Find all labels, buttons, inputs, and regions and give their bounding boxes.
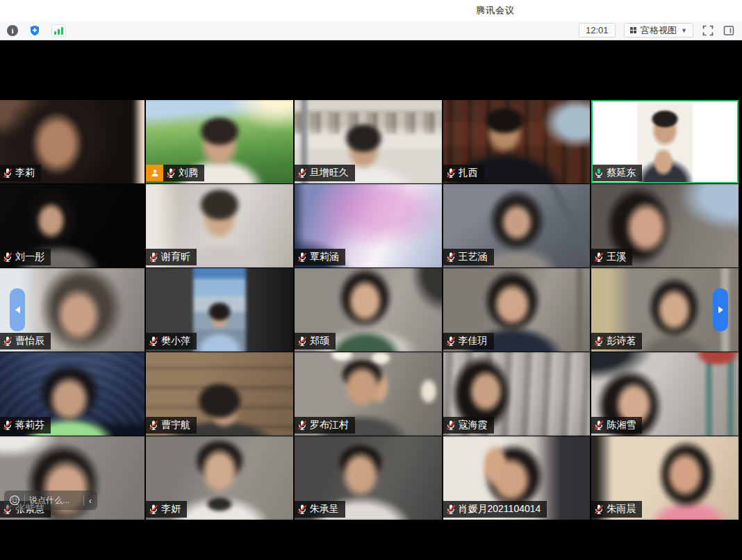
mic-active-icon (593, 167, 604, 179)
mic-muted-icon (297, 504, 308, 515)
participant-tile[interactable]: 李佳玥 (443, 268, 591, 352)
participant-tile[interactable]: 朱承呈 (295, 436, 442, 520)
participant-name: 曹宇航 (161, 419, 190, 431)
participant-tile[interactable]: 樊小萍 (146, 268, 293, 352)
chat-divider (24, 495, 25, 506)
nameplate-body: 樊小萍 (146, 333, 197, 349)
participant-tile[interactable]: 旦增旺久 (295, 100, 442, 183)
participant-nameplate: 罗布江村 (295, 417, 355, 434)
shield-protection-icon[interactable] (29, 25, 40, 36)
participant-tile[interactable]: 郑颉 (295, 268, 442, 352)
participant-nameplate: 扎西 (443, 165, 484, 181)
person-badge-icon (146, 165, 163, 181)
participant-tile[interactable]: 王溪 (591, 184, 739, 267)
network-signal-icon[interactable] (51, 24, 66, 37)
view-mode-dropdown[interactable]: 宫格视图 ▼ (624, 23, 693, 38)
previous-page-arrow[interactable] (10, 288, 25, 331)
participant-tile[interactable]: 王艺涵 (443, 184, 591, 267)
grid-view-icon (630, 27, 637, 34)
participant-nameplate: 王溪 (591, 249, 632, 265)
participant-nameplate: 覃莉涵 (295, 249, 345, 265)
next-page-arrow[interactable] (713, 288, 728, 331)
nameplate-body: 覃莉涵 (295, 249, 345, 265)
participant-tile[interactable]: 朱雨晨 (591, 436, 739, 520)
mic-muted-icon (297, 336, 308, 347)
mic-muted-icon (445, 252, 456, 263)
participant-name: 刘腾 (179, 167, 198, 179)
nameplate-body: 李妍 (146, 501, 187, 518)
nameplate-body: 朱承呈 (295, 501, 345, 518)
participant-tile[interactable]: 蔡延东 (591, 100, 739, 183)
mic-muted-icon (593, 504, 604, 515)
mic-muted-icon (297, 252, 308, 263)
nameplate-body: 朱雨晨 (591, 501, 642, 518)
meeting-info-icon[interactable]: i (7, 25, 18, 36)
participant-name: 扎西 (459, 167, 478, 179)
participant-nameplate: 王艺涵 (443, 249, 494, 265)
toolbar-right-group: 12:01 宫格视图 ▼ (579, 23, 735, 38)
mic-muted-icon (2, 336, 13, 347)
participant-name: 刘一彤 (15, 251, 44, 263)
video-grid: 李莉 (0, 100, 739, 520)
mic-muted-icon (2, 420, 13, 431)
nameplate-body: 寇海霞 (443, 417, 494, 434)
participant-tile[interactable]: 李莉 (0, 100, 145, 183)
mic-muted-icon (445, 420, 456, 431)
participant-nameplate: 谢育昕 (146, 249, 197, 265)
participant-tile[interactable]: 李妍 (146, 436, 293, 520)
participant-tile[interactable]: 谢育昕 (146, 184, 293, 267)
nameplate-body: 李莉 (0, 165, 41, 181)
participant-tile[interactable]: 刘腾 (146, 100, 293, 183)
emoji-icon[interactable] (9, 495, 20, 506)
participant-nameplate: 郑颉 (295, 333, 336, 349)
mic-muted-icon (2, 167, 13, 179)
chevron-right-icon (718, 306, 723, 313)
chat-divider (83, 495, 84, 506)
participant-nameplate: 李妍 (146, 501, 187, 518)
participant-tile[interactable]: 蒋莉芬 (0, 352, 145, 436)
mic-muted-icon (593, 252, 604, 263)
participant-name: 蒋莉芬 (15, 419, 44, 431)
chat-input[interactable]: 说点什么... (29, 495, 79, 507)
mic-muted-icon (148, 336, 159, 347)
mic-muted-icon (2, 252, 13, 263)
participant-tile[interactable]: 刘一彤 (0, 184, 145, 267)
view-mode-label: 宫格视图 (641, 24, 677, 37)
nameplate-body: 郑颉 (295, 333, 336, 349)
mic-muted-icon (148, 504, 159, 515)
participant-name: 肖媛月2021104014 (459, 503, 541, 516)
nameplate-body: 陈湘雪 (591, 417, 642, 434)
participant-tile[interactable]: 肖媛月2021104014 (443, 436, 591, 520)
quick-chat-bar: 说点什么... ‹ (4, 491, 97, 510)
participant-name: 罗布江村 (310, 419, 349, 431)
participant-nameplate: 樊小萍 (146, 333, 197, 349)
participant-name: 李佳玥 (459, 335, 488, 347)
participant-name: 蔡延东 (607, 167, 636, 179)
participant-nameplate: 寇海霞 (443, 417, 494, 434)
participant-name: 谢育昕 (161, 251, 190, 263)
participant-name: 曹怡辰 (15, 335, 44, 347)
nameplate-body: 蒋莉芬 (0, 417, 51, 434)
participant-name: 王溪 (607, 251, 626, 263)
participant-tile[interactable]: 罗布江村 (295, 352, 442, 436)
chevron-down-icon: ▼ (681, 27, 687, 34)
participant-nameplate: 彭诗茗 (591, 333, 642, 349)
nameplate-body: 扎西 (443, 165, 484, 181)
nameplate-body: 王溪 (591, 249, 632, 265)
side-panel-button[interactable] (723, 24, 735, 37)
nameplate-body: 李佳玥 (443, 333, 494, 349)
participant-nameplate: 陈湘雪 (591, 417, 642, 434)
participant-tile[interactable]: 寇海霞 (443, 352, 591, 436)
participant-tile[interactable]: 覃莉涵 (295, 184, 442, 267)
mic-muted-icon (445, 336, 456, 347)
participant-tile[interactable]: 陈湘雪 (591, 352, 739, 436)
fullscreen-button[interactable] (702, 24, 714, 37)
participant-name: 寇海霞 (459, 419, 488, 431)
participant-tile[interactable]: 曹宇航 (146, 352, 293, 436)
participant-tile[interactable]: 扎西 (443, 100, 591, 183)
chat-collapse-chevron[interactable]: ‹ (88, 495, 92, 506)
participant-nameplate: 朱雨晨 (591, 501, 642, 518)
participant-name: 朱承呈 (310, 503, 339, 516)
participant-name: 陈湘雪 (607, 419, 636, 431)
mic-muted-icon (165, 167, 176, 179)
